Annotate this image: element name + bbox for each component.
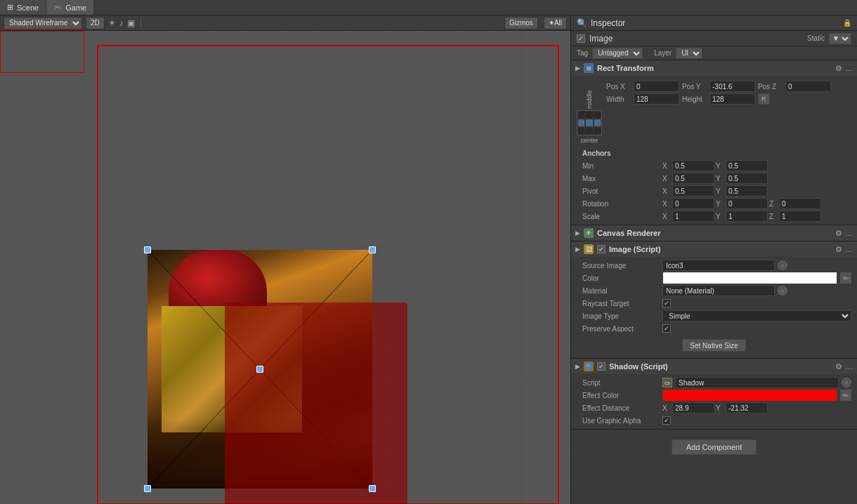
image-type-select[interactable]: Simple Sliced Tiled Filled [662, 310, 851, 321]
source-image-picker[interactable]: ○ [778, 260, 787, 270]
is-arrow: ▶ [575, 246, 580, 253]
preserve-aspect-checkbox[interactable]: ✓ [662, 324, 671, 333]
all-layers-button[interactable]: ✦All [544, 17, 567, 29]
anchor-cell-00 [577, 111, 585, 119]
image-script-checkbox[interactable]: ✓ [597, 245, 606, 253]
pos-y-input[interactable] [709, 81, 755, 92]
anchor-cell-21 [585, 127, 593, 135]
lock-icon[interactable]: 🔒 [843, 19, 851, 27]
min-y-input[interactable] [726, 160, 768, 171]
pos-z-input[interactable] [785, 81, 831, 92]
rect-transform-title: Rect Transform [597, 64, 654, 72]
source-image-input[interactable] [662, 260, 775, 271]
scale-z-input[interactable] [779, 211, 821, 222]
add-component-btn[interactable]: Add Component [672, 439, 757, 455]
middle-label: middle [587, 81, 593, 109]
rot-y-input[interactable] [726, 198, 768, 209]
raycast-checkbox[interactable]: ✓ [662, 299, 671, 307]
max-y-input[interactable] [726, 173, 768, 184]
canvas-renderer-header[interactable]: ▶ 👁 Canvas Renderer ⚙ … [571, 225, 857, 241]
is-icon1[interactable]: ⚙ [835, 245, 842, 254]
effect-distance-label: Effect Distance [582, 404, 660, 412]
pos-x-input[interactable] [634, 81, 679, 92]
max-group: X Y [662, 173, 851, 184]
canvas-renderer-section: ▶ 👁 Canvas Renderer ⚙ … [571, 225, 857, 241]
width-input[interactable] [634, 93, 679, 105]
scene-canvas[interactable] [0, 31, 570, 504]
material-input[interactable] [662, 285, 775, 296]
rect-transform-header[interactable]: ▶ ⊞ Rect Transform ⚙ … [571, 60, 857, 76]
dist-y-input[interactable] [726, 402, 768, 413]
shadow-script-section: ▶ 🔷 ✓ Shadow (Script) ⚙ … Script cs [571, 359, 857, 430]
tag-select[interactable]: Untagged [592, 48, 643, 59]
color-picker-btn[interactable]: ✏ [840, 272, 851, 284]
min-x-input[interactable] [672, 160, 714, 171]
anchor-cell-02 [594, 111, 601, 119]
pivot-y-input[interactable] [726, 185, 768, 197]
static-select[interactable]: ▼ [829, 33, 851, 44]
inspector-header-icons: 🔒 [843, 19, 851, 27]
gizmos-button[interactable]: Gizmos [504, 17, 538, 29]
effect-color-field[interactable] [662, 390, 837, 401]
rotation-group: X Y Z [662, 198, 851, 209]
rt-icon2[interactable]: … [845, 64, 853, 73]
material-row: Material ○ [571, 284, 857, 297]
material-picker[interactable]: ○ [778, 286, 787, 296]
image-script-header[interactable]: ▶ 🖼 ✓ Image (Script) ⚙ … [571, 241, 857, 257]
color-preview [663, 272, 837, 284]
max-x-input[interactable] [672, 173, 714, 184]
set-native-size-btn[interactable]: Set Native Size [682, 339, 745, 352]
scene-tab[interactable]: ⊞ Scene [0, 0, 46, 15]
cr-icon2[interactable]: … [845, 229, 853, 238]
rect-transform-section: ▶ ⊞ Rect Transform ⚙ … middle [571, 60, 857, 225]
scale-x-input[interactable] [672, 211, 714, 222]
color-field[interactable] [662, 272, 837, 284]
max-x-label: X [662, 175, 671, 183]
preserve-aspect-label: Preserve Aspect [582, 325, 660, 333]
dist-x-input[interactable] [672, 402, 714, 413]
layer-select[interactable]: UI [676, 48, 702, 59]
use-graphic-alpha-checkbox[interactable]: ✓ [662, 416, 671, 425]
script-picker[interactable]: ○ [842, 378, 851, 387]
ss-icon1[interactable]: ⚙ [835, 362, 842, 371]
2d-button[interactable]: 2D [86, 17, 105, 29]
material-label: Material [582, 287, 660, 295]
view-mode-select[interactable]: Shaded Wireframe [4, 17, 82, 29]
static-label: Static [807, 34, 825, 42]
rot-z-input[interactable] [779, 198, 821, 209]
scale-y-input[interactable] [726, 211, 768, 222]
height-input[interactable] [709, 93, 755, 105]
script-field: cs [662, 377, 839, 388]
effect-color-row: Effect Color ✏ [571, 389, 857, 402]
pivot-row: Pivot X Y [571, 185, 857, 197]
cr-icon1[interactable]: ⚙ [835, 229, 842, 238]
is-icon2[interactable]: … [845, 245, 853, 254]
shadow-script-header[interactable]: ▶ 🔷 ✓ Shadow (Script) ⚙ … [571, 359, 857, 374]
pivot-y-label: Y [716, 187, 724, 195]
shadow-script-checkbox[interactable]: ✓ [597, 362, 606, 371]
game-tab[interactable]: 🎮 Game [46, 0, 94, 15]
rot-y-item: Y [716, 198, 768, 209]
dist-y-item: Y [716, 402, 768, 413]
rot-z-item: Z [769, 198, 821, 209]
inspector-panel: 🔍 Inspector 🔒 ✓ Image Static ▼ Tag Untag… [570, 15, 857, 504]
game-tab-label: Game [65, 4, 86, 12]
min-x-label: X [662, 162, 671, 170]
scale-y-label: Y [716, 213, 724, 220]
scale-row: Scale X Y Z [571, 210, 857, 223]
scale-z-label: Z [769, 213, 778, 220]
pivot-x-input[interactable] [672, 185, 714, 197]
rt-icon1[interactable]: ⚙ [835, 64, 842, 73]
effect-color-picker-btn[interactable]: ✏ [840, 390, 851, 401]
pos-x-label: Pos X [606, 83, 631, 91]
ss-icon2[interactable]: … [845, 362, 853, 371]
anchor-widget[interactable] [577, 110, 602, 135]
display-icon: ▣ [127, 18, 135, 28]
scale-label: Scale [582, 213, 660, 220]
scene-toolbar: Shaded Wireframe 2D ☀ ♪ ▣ Gizmos ✦All [0, 15, 570, 31]
rot-x-input[interactable] [672, 198, 714, 209]
go-checkbox[interactable]: ✓ [577, 34, 585, 43]
script-input[interactable] [675, 377, 839, 388]
anchor-cell-22 [594, 127, 601, 135]
r-button[interactable]: R [758, 93, 770, 105]
